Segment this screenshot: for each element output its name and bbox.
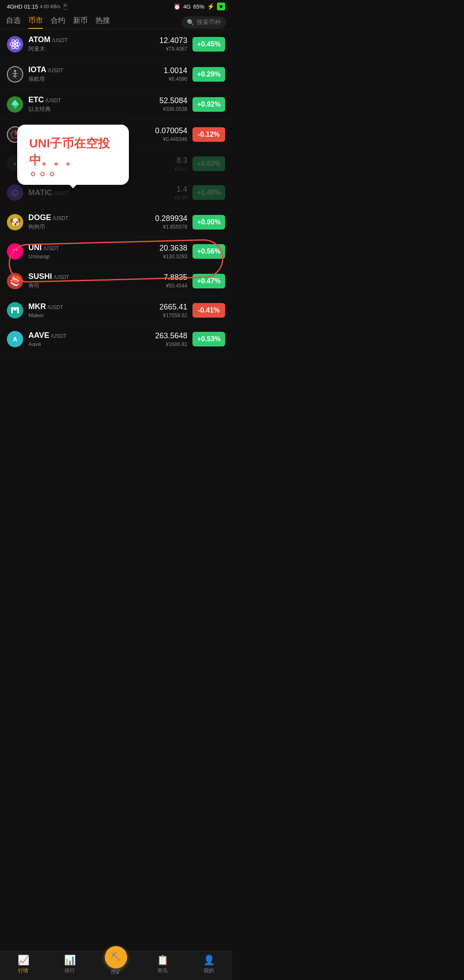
svg-point-14	[13, 249, 15, 251]
bubble-dots	[29, 172, 117, 176]
svg-point-15	[16, 249, 17, 251]
aave-price: 263.5648 ¥1686.81	[155, 331, 187, 347]
time: 01:15	[24, 3, 38, 10]
mkr-pair: /USDT	[48, 304, 63, 310]
poly-icon: ⬡	[7, 184, 23, 201]
mkr-info: MKR /USDT Maker	[28, 302, 159, 318]
dot-3	[50, 172, 54, 176]
trx-change: -0.12%	[192, 127, 225, 142]
aave-pair: /USDT	[51, 333, 67, 339]
etc-pair: /USDT	[46, 98, 61, 104]
uni-price: 20.3638 ¥130.3283	[159, 244, 187, 260]
etc-price: 52.5084 ¥336.0538	[159, 96, 187, 112]
speech-bubble: UNI子币在空投中。。。	[17, 125, 129, 185]
status-right: ⏰ 4G 65% ⚡ ■	[174, 3, 225, 10]
doge-price: 0.289934 ¥1.855578	[155, 214, 187, 230]
iota-price: 1.0014 ¥6.4090	[164, 66, 187, 82]
coin-row-iota[interactable]: IOTA /USDT 埃欧塔 1.0014 ¥6.4090 +0.29%	[0, 59, 232, 89]
mkr-cn: Maker	[28, 312, 159, 318]
atom-price: 12.4073 ¥79.4067	[159, 36, 187, 52]
mkr-icon	[7, 302, 23, 318]
aave-symbol: AAVE	[28, 331, 49, 340]
sushi-symbol: SUSHI	[28, 272, 52, 281]
iota-change: +0.29%	[192, 67, 225, 82]
coin-row-etc[interactable]: ETC /USDT 以太经典 52.5084 ¥336.0538 +0.92%	[0, 89, 232, 119]
doge-icon: 🐶	[7, 214, 23, 230]
iota-symbol: IOTA	[28, 65, 46, 74]
uni-pair: /USDT	[43, 245, 59, 251]
alarm-icon: ⏰	[174, 3, 180, 10]
speed: 4.00 KB/s	[40, 4, 61, 9]
nav-tabs: 自选 币市 合约 新币 热搜 🔍 搜索币种	[0, 12, 232, 29]
etc-change: +0.92%	[192, 97, 225, 112]
atom-info: ATOM /USDT 阿童木	[28, 35, 159, 53]
iota-icon	[7, 66, 23, 83]
uni-icon	[7, 243, 23, 260]
status-bar: 4GHD 01:15 4.00 KB/s 📱 ⏰ 4G 65% ⚡ ■	[0, 0, 232, 12]
etc-icon	[7, 96, 23, 113]
iota-cn: 埃欧塔	[28, 75, 164, 83]
doge-symbol: DOGE	[28, 213, 51, 222]
doge-info: DOGE /USDT 狗狗币	[28, 213, 155, 231]
dot-1	[31, 172, 35, 176]
battery-icon: ■	[217, 3, 225, 10]
uni-info: UNI /USDT Uniswap	[28, 243, 159, 260]
coin-row-uni[interactable]: UNI /USDT Uniswap 20.3638 ¥130.3283 +0.5…	[0, 237, 232, 266]
hidden2-info: MATIC /USDT	[28, 188, 174, 197]
bolt-icon: ⚡	[207, 3, 214, 10]
iota-pair: /USDT	[48, 67, 64, 74]
atom-cn: 阿童木	[28, 45, 159, 53]
aave-change: +0.53%	[192, 332, 225, 346]
tab-xinbi[interactable]: 新币	[73, 15, 88, 29]
svg-point-4	[14, 70, 16, 72]
hidden2-price: 1.4 ¥8.90	[174, 185, 187, 201]
coin-row-atom[interactable]: ATOM /USDT 阿童木 12.4073 ¥79.4067 +0.45%	[0, 29, 232, 59]
hidden2-change: +1.40%	[192, 185, 225, 200]
mkr-change: -0.41%	[192, 303, 225, 318]
search-icon: 🔍	[187, 19, 194, 26]
doge-change: +0.90%	[192, 215, 225, 230]
uni-symbol: UNI	[28, 243, 42, 252]
tab-bibi[interactable]: 币市	[28, 15, 43, 29]
svg-text:A: A	[13, 336, 17, 343]
sushi-price: 7.8835 ¥50.4544	[164, 273, 187, 289]
signal-4g: 4G	[183, 3, 190, 10]
atom-symbol: ATOM	[28, 35, 50, 44]
coin-row-sushi[interactable]: 🍣 SUSHI /USDT 寿司 7.8835 ¥50.4544 +0.47%	[0, 266, 232, 296]
bubble-text: UNI子币在空投中。。。	[29, 135, 117, 168]
tab-heyue[interactable]: 合约	[51, 15, 65, 29]
sushi-icon: 🍣	[7, 273, 23, 289]
coin-row-doge[interactable]: 🐶 DOGE /USDT 狗狗币 0.289934 ¥1.855578 +0.9…	[0, 207, 232, 237]
sushi-pair: /USDT	[54, 274, 69, 280]
atom-pair: /USDT	[52, 37, 67, 43]
etc-cn: 以太经典	[28, 105, 159, 113]
hidden1-change: +0.63%	[192, 156, 225, 171]
search-box[interactable]: 🔍 搜索币种	[182, 16, 226, 28]
aave-icon: A	[7, 331, 23, 347]
doge-cn: 狗狗币	[28, 223, 155, 231]
mkr-symbol: MKR	[28, 302, 46, 311]
tab-zixuan[interactable]: 自选	[6, 15, 21, 29]
iota-info: IOTA /USDT 埃欧塔	[28, 65, 164, 83]
uni-change: +0.56%	[192, 244, 225, 259]
uni-cn: Uniswap	[28, 253, 159, 260]
coin-row-aave[interactable]: A AAVE /USDT Aave 263.5648 ¥1686.81 +0.5…	[0, 325, 232, 354]
aave-cn: Aave	[28, 341, 155, 347]
coin-row-mkr[interactable]: MKR /USDT Maker 2665.41 ¥17058.62 -0.41%	[0, 296, 232, 325]
doge-pair: /USDT	[53, 215, 68, 221]
tab-resou[interactable]: 热搜	[95, 15, 110, 29]
dot-2	[40, 172, 45, 176]
etc-info: ETC /USDT 以太经典	[28, 95, 159, 113]
sushi-info: SUSHI /USDT 寿司	[28, 272, 164, 290]
sushi-cn: 寿司	[28, 282, 164, 290]
mkr-price: 2665.41 ¥17058.62	[159, 303, 187, 318]
etc-symbol: ETC	[28, 95, 44, 104]
sim-icon: 📱	[62, 3, 69, 10]
sushi-change: +0.47%	[192, 274, 225, 288]
trx-price: 0.070054 ¥0.448346	[155, 126, 187, 142]
atom-icon	[7, 36, 23, 52]
svg-point-0	[14, 43, 16, 46]
coin-list: ATOM /USDT 阿童木 12.4073 ¥79.4067 +0.45% I…	[0, 29, 232, 354]
status-left: 4GHD 01:15 4.00 KB/s 📱	[7, 3, 69, 10]
battery-percent: 65%	[193, 3, 205, 10]
